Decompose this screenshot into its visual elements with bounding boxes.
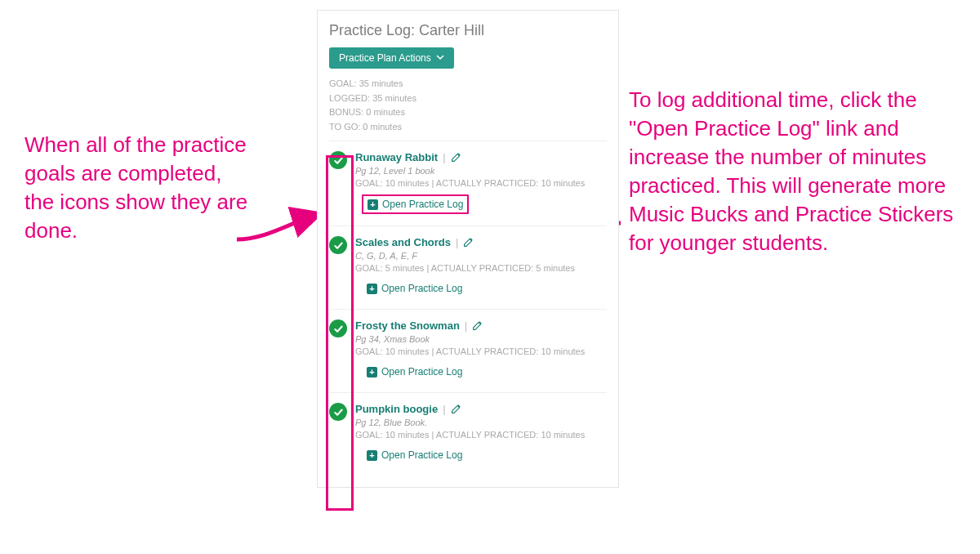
open-practice-log-label: Open Practice Log xyxy=(382,199,463,210)
chevron-down-icon xyxy=(436,52,444,64)
practice-item-title[interactable]: Scales and Chords xyxy=(355,236,451,248)
practice-item-subtitle: C, G, D, A, E, F xyxy=(355,251,607,261)
practice-item: Scales and Chords|C, G, D, A, E, FGOAL: … xyxy=(329,226,607,310)
plus-icon: + xyxy=(367,367,377,378)
edit-icon[interactable] xyxy=(463,237,474,248)
practice-item: Frosty the Snowman|Pg 34, Xmas BookGOAL:… xyxy=(329,310,607,393)
summary-bonus: BONUS: 0 minutes xyxy=(329,105,607,120)
summary-logged: LOGGED: 35 minutes xyxy=(329,92,607,106)
practice-item-meta: GOAL: 10 minutes | ACTUALLY PRACTICED: 1… xyxy=(355,430,607,440)
practice-item: Runaway Rabbit|Pg 12, Level 1 bookGOAL: … xyxy=(329,141,607,226)
practice-log-panel: Practice Log: Carter Hill Practice Plan … xyxy=(317,10,619,488)
open-practice-log-label: Open Practice Log xyxy=(381,283,462,294)
annotation-left: When all of the practice goals are compl… xyxy=(24,131,253,245)
check-complete-icon xyxy=(329,319,347,337)
arrow-left-icon xyxy=(233,203,323,252)
plus-icon: + xyxy=(367,284,377,294)
practice-item-meta: GOAL: 10 minutes | ACTUALLY PRACTICED: 1… xyxy=(355,346,607,356)
separator: | xyxy=(441,403,447,415)
summary-block: GOAL: 35 minutes LOGGED: 35 minutes BONU… xyxy=(329,77,607,134)
edit-icon[interactable] xyxy=(472,320,483,331)
open-practice-log-label: Open Practice Log xyxy=(381,449,462,461)
open-practice-log-button[interactable]: +Open Practice Log xyxy=(362,279,467,297)
annotation-right: To log additional time, click the "Open … xyxy=(629,86,972,258)
open-practice-log-button[interactable]: +Open Practice Log xyxy=(362,194,469,214)
summary-togo: TO GO: 0 minutes xyxy=(329,120,607,135)
practice-item-meta: GOAL: 10 minutes | ACTUALLY PRACTICED: 1… xyxy=(355,178,607,188)
practice-item-meta: GOAL: 5 minutes | ACTUALLY PRACTICED: 5 … xyxy=(355,263,607,273)
edit-icon[interactable] xyxy=(451,404,461,414)
open-practice-log-button[interactable]: +Open Practice Log xyxy=(362,363,467,381)
practice-items-list: Runaway Rabbit|Pg 12, Level 1 bookGOAL: … xyxy=(329,141,607,476)
check-complete-icon xyxy=(329,236,347,254)
separator: | xyxy=(463,319,469,332)
practice-item-subtitle: Pg 12, Blue Book. xyxy=(355,418,607,427)
open-practice-log-label: Open Practice Log xyxy=(381,366,462,378)
practice-item: Pumpkin boogie|Pg 12, Blue Book.GOAL: 10… xyxy=(329,393,607,476)
practice-plan-actions-button[interactable]: Practice Plan Actions xyxy=(329,47,454,69)
check-complete-icon xyxy=(329,403,347,421)
practice-plan-actions-label: Practice Plan Actions xyxy=(339,52,431,64)
practice-item-subtitle: Pg 34, Xmas Book xyxy=(355,334,607,344)
practice-item-title[interactable]: Frosty the Snowman xyxy=(355,319,460,332)
practice-item-subtitle: Pg 12, Level 1 book xyxy=(355,166,607,176)
plus-icon: + xyxy=(367,450,377,461)
separator: | xyxy=(454,236,460,248)
summary-goal: GOAL: 35 minutes xyxy=(329,77,607,92)
check-complete-icon xyxy=(329,151,347,169)
open-practice-log-button[interactable]: +Open Practice Log xyxy=(362,446,467,464)
edit-icon[interactable] xyxy=(451,152,461,163)
separator: | xyxy=(441,151,447,163)
practice-item-title[interactable]: Pumpkin boogie xyxy=(355,403,438,415)
practice-item-title[interactable]: Runaway Rabbit xyxy=(355,151,438,163)
plus-icon: + xyxy=(368,199,378,210)
page-title: Practice Log: Carter Hill xyxy=(329,22,607,39)
